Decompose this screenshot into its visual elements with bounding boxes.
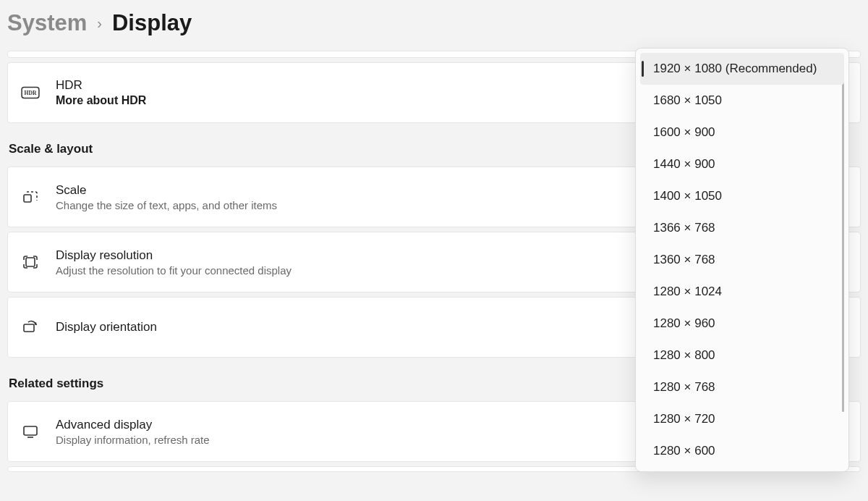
svg-rect-5: [24, 426, 37, 435]
resolution-option[interactable]: 1400 × 1050: [640, 180, 844, 212]
advanced-display-subtitle: Display information, refresh rate: [56, 434, 210, 446]
hdr-icon: HDR: [21, 83, 40, 102]
breadcrumb-current: Display: [112, 10, 192, 36]
orientation-icon: [21, 318, 40, 337]
resolution-option[interactable]: 1280 × 960: [640, 308, 844, 340]
resolution-option[interactable]: 1440 × 900: [640, 148, 844, 180]
chevron-right-icon: ›: [97, 15, 102, 32]
resolution-option[interactable]: 1280 × 600: [640, 435, 844, 467]
scale-subtitle: Change the size of text, apps, and other…: [56, 199, 277, 211]
resolution-dropdown[interactable]: 1920 × 1080 (Recommended)1680 × 10501600…: [635, 48, 849, 472]
svg-text:HDR: HDR: [25, 90, 37, 96]
breadcrumb: System › Display: [0, 0, 868, 51]
scale-icon: [21, 188, 40, 206]
orientation-title: Display orientation: [56, 320, 157, 334]
resolution-option[interactable]: 1280 × 768: [640, 371, 844, 403]
breadcrumb-parent[interactable]: System: [7, 10, 87, 36]
svg-rect-4: [24, 324, 34, 332]
hdr-title: HDR: [56, 78, 146, 93]
resolution-option[interactable]: 1280 × 1024: [640, 276, 844, 308]
resolution-option[interactable]: 1280 × 800: [640, 340, 844, 371]
resolution-option[interactable]: 1360 × 768: [640, 244, 844, 276]
resolution-option[interactable]: 1600 × 900: [640, 117, 844, 148]
resolution-option[interactable]: 1280 × 720: [640, 403, 844, 435]
scale-title: Scale: [56, 183, 277, 198]
monitor-icon: [21, 422, 40, 441]
resolution-option[interactable]: 1680 × 1050: [640, 85, 844, 117]
resolution-title: Display resolution: [56, 248, 292, 263]
advanced-display-title: Advanced display: [56, 418, 210, 432]
resolution-subtitle: Adjust the resolution to fit your connec…: [56, 264, 292, 277]
svg-rect-3: [26, 258, 35, 266]
resolution-option[interactable]: 1366 × 768: [640, 212, 844, 244]
resolution-icon: [21, 253, 40, 271]
resolution-option[interactable]: 1920 × 1080 (Recommended): [640, 53, 844, 85]
hdr-subtitle[interactable]: More about HDR: [56, 94, 146, 107]
svg-rect-2: [24, 195, 31, 202]
